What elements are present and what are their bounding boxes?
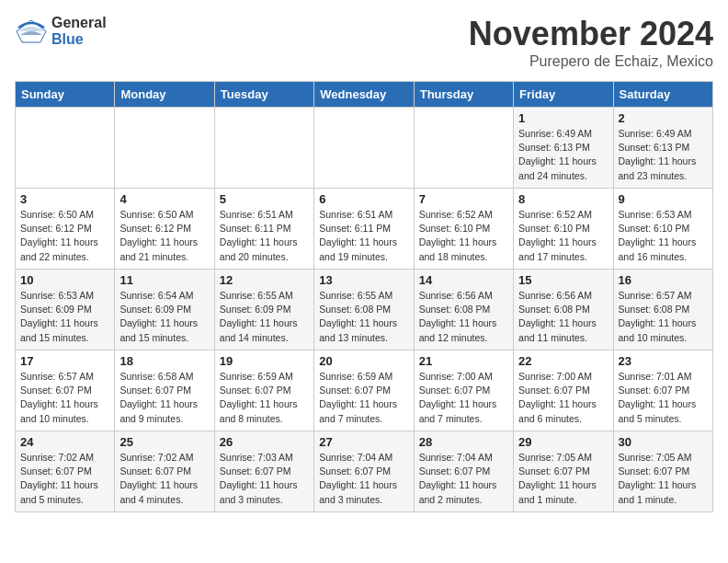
table-cell: 3Sunrise: 6:50 AM Sunset: 6:12 PM Daylig… xyxy=(16,189,115,270)
table-cell: 24Sunrise: 7:02 AM Sunset: 6:07 PM Dayli… xyxy=(16,431,115,512)
day-info: Sunrise: 6:49 AM Sunset: 6:13 PM Dayligh… xyxy=(619,127,708,183)
week-row-3: 10Sunrise: 6:53 AM Sunset: 6:09 PM Dayli… xyxy=(16,270,713,350)
day-info: Sunrise: 6:53 AM Sunset: 6:10 PM Dayligh… xyxy=(619,208,708,264)
day-info: Sunrise: 7:04 AM Sunset: 6:07 PM Dayligh… xyxy=(319,451,408,507)
table-cell: 9Sunrise: 6:53 AM Sunset: 6:10 PM Daylig… xyxy=(613,189,712,270)
day-info: Sunrise: 6:59 AM Sunset: 6:07 PM Dayligh… xyxy=(319,370,408,426)
table-cell: 14Sunrise: 6:56 AM Sunset: 6:08 PM Dayli… xyxy=(414,270,513,350)
table-cell: 18Sunrise: 6:58 AM Sunset: 6:07 PM Dayli… xyxy=(115,350,214,431)
day-info: Sunrise: 7:05 AM Sunset: 6:07 PM Dayligh… xyxy=(619,451,708,507)
calendar-table: SundayMondayTuesdayWednesdayThursdayFrid… xyxy=(15,81,713,512)
day-number: 17 xyxy=(20,354,109,368)
month-title: November 2024 xyxy=(469,15,713,53)
day-number: 28 xyxy=(419,435,508,449)
day-info: Sunrise: 7:05 AM Sunset: 6:07 PM Dayligh… xyxy=(518,451,608,507)
table-cell: 2Sunrise: 6:49 AM Sunset: 6:13 PM Daylig… xyxy=(613,108,712,189)
day-info: Sunrise: 6:56 AM Sunset: 6:08 PM Dayligh… xyxy=(518,289,608,345)
day-info: Sunrise: 6:55 AM Sunset: 6:09 PM Dayligh… xyxy=(220,289,309,345)
week-row-5: 24Sunrise: 7:02 AM Sunset: 6:07 PM Dayli… xyxy=(16,431,713,512)
day-info: Sunrise: 7:01 AM Sunset: 6:07 PM Dayligh… xyxy=(619,370,708,426)
table-cell: 11Sunrise: 6:54 AM Sunset: 6:09 PM Dayli… xyxy=(115,270,214,350)
table-cell: 10Sunrise: 6:53 AM Sunset: 6:09 PM Dayli… xyxy=(16,270,115,350)
week-row-2: 3Sunrise: 6:50 AM Sunset: 6:12 PM Daylig… xyxy=(16,189,713,270)
day-info: Sunrise: 6:56 AM Sunset: 6:08 PM Dayligh… xyxy=(419,289,508,345)
table-cell: 13Sunrise: 6:55 AM Sunset: 6:08 PM Dayli… xyxy=(314,270,414,350)
day-number: 4 xyxy=(119,192,209,206)
table-cell xyxy=(115,108,214,189)
page-header: General Blue November 2024 Purepero de E… xyxy=(15,15,713,70)
weekday-header-sunday: Sunday xyxy=(16,82,115,108)
day-info: Sunrise: 6:52 AM Sunset: 6:10 PM Dayligh… xyxy=(518,208,608,264)
weekday-header-monday: Monday xyxy=(115,82,214,108)
table-cell xyxy=(214,108,313,189)
day-info: Sunrise: 7:02 AM Sunset: 6:07 PM Dayligh… xyxy=(20,451,109,507)
day-info: Sunrise: 7:00 AM Sunset: 6:07 PM Dayligh… xyxy=(419,370,508,426)
day-info: Sunrise: 6:49 AM Sunset: 6:13 PM Dayligh… xyxy=(518,127,608,183)
table-cell: 1Sunrise: 6:49 AM Sunset: 6:13 PM Daylig… xyxy=(514,108,613,189)
logo-general-text: General xyxy=(51,15,107,31)
day-number: 6 xyxy=(319,192,408,206)
day-info: Sunrise: 7:02 AM Sunset: 6:07 PM Dayligh… xyxy=(119,451,209,507)
weekday-header-wednesday: Wednesday xyxy=(314,82,414,108)
day-number: 15 xyxy=(518,273,608,287)
logo-icon xyxy=(15,18,48,44)
table-cell: 16Sunrise: 6:57 AM Sunset: 6:08 PM Dayli… xyxy=(613,270,712,350)
table-cell xyxy=(414,108,513,189)
day-info: Sunrise: 7:03 AM Sunset: 6:07 PM Dayligh… xyxy=(220,451,309,507)
week-row-1: 1Sunrise: 6:49 AM Sunset: 6:13 PM Daylig… xyxy=(16,108,713,189)
day-number: 11 xyxy=(119,273,209,287)
day-info: Sunrise: 6:58 AM Sunset: 6:07 PM Dayligh… xyxy=(119,370,209,426)
day-number: 8 xyxy=(518,192,608,206)
day-info: Sunrise: 7:00 AM Sunset: 6:07 PM Dayligh… xyxy=(518,370,608,426)
day-number: 10 xyxy=(20,273,109,287)
day-info: Sunrise: 6:53 AM Sunset: 6:09 PM Dayligh… xyxy=(20,289,109,345)
logo: General Blue xyxy=(15,15,107,48)
day-info: Sunrise: 6:57 AM Sunset: 6:07 PM Dayligh… xyxy=(20,370,109,426)
day-number: 21 xyxy=(419,354,508,368)
day-number: 1 xyxy=(518,111,608,125)
weekday-header-row: SundayMondayTuesdayWednesdayThursdayFrid… xyxy=(16,82,713,108)
day-info: Sunrise: 6:55 AM Sunset: 6:08 PM Dayligh… xyxy=(319,289,408,345)
table-cell: 12Sunrise: 6:55 AM Sunset: 6:09 PM Dayli… xyxy=(214,270,313,350)
day-info: Sunrise: 6:50 AM Sunset: 6:12 PM Dayligh… xyxy=(20,208,109,264)
day-number: 23 xyxy=(619,354,708,368)
table-cell: 28Sunrise: 7:04 AM Sunset: 6:07 PM Dayli… xyxy=(414,431,513,512)
day-number: 20 xyxy=(319,354,408,368)
table-cell: 4Sunrise: 6:50 AM Sunset: 6:12 PM Daylig… xyxy=(115,189,214,270)
day-number: 25 xyxy=(119,435,209,449)
day-info: Sunrise: 6:54 AM Sunset: 6:09 PM Dayligh… xyxy=(119,289,209,345)
day-number: 12 xyxy=(220,273,309,287)
day-number: 14 xyxy=(419,273,508,287)
day-info: Sunrise: 6:57 AM Sunset: 6:08 PM Dayligh… xyxy=(619,289,708,345)
table-cell: 20Sunrise: 6:59 AM Sunset: 6:07 PM Dayli… xyxy=(314,350,414,431)
day-number: 27 xyxy=(319,435,408,449)
day-number: 9 xyxy=(619,192,708,206)
day-info: Sunrise: 6:51 AM Sunset: 6:11 PM Dayligh… xyxy=(319,208,408,264)
day-info: Sunrise: 6:51 AM Sunset: 6:11 PM Dayligh… xyxy=(220,208,309,264)
day-info: Sunrise: 6:59 AM Sunset: 6:07 PM Dayligh… xyxy=(220,370,309,426)
table-cell: 19Sunrise: 6:59 AM Sunset: 6:07 PM Dayli… xyxy=(214,350,313,431)
day-number: 3 xyxy=(20,192,109,206)
table-cell xyxy=(16,108,115,189)
day-info: Sunrise: 7:04 AM Sunset: 6:07 PM Dayligh… xyxy=(419,451,508,507)
day-info: Sunrise: 6:52 AM Sunset: 6:10 PM Dayligh… xyxy=(419,208,508,264)
table-cell: 8Sunrise: 6:52 AM Sunset: 6:10 PM Daylig… xyxy=(514,189,613,270)
day-number: 30 xyxy=(619,435,708,449)
table-cell: 22Sunrise: 7:00 AM Sunset: 6:07 PM Dayli… xyxy=(514,350,613,431)
table-cell: 7Sunrise: 6:52 AM Sunset: 6:10 PM Daylig… xyxy=(414,189,513,270)
day-info: Sunrise: 6:50 AM Sunset: 6:12 PM Dayligh… xyxy=(119,208,209,264)
weekday-header-tuesday: Tuesday xyxy=(214,82,313,108)
table-cell: 26Sunrise: 7:03 AM Sunset: 6:07 PM Dayli… xyxy=(214,431,313,512)
table-cell: 30Sunrise: 7:05 AM Sunset: 6:07 PM Dayli… xyxy=(613,431,712,512)
weekday-header-saturday: Saturday xyxy=(613,82,712,108)
day-number: 2 xyxy=(619,111,708,125)
table-cell xyxy=(314,108,414,189)
day-number: 7 xyxy=(419,192,508,206)
day-number: 22 xyxy=(518,354,608,368)
day-number: 19 xyxy=(220,354,309,368)
day-number: 29 xyxy=(518,435,608,449)
day-number: 26 xyxy=(220,435,309,449)
day-number: 13 xyxy=(319,273,408,287)
table-cell: 27Sunrise: 7:04 AM Sunset: 6:07 PM Dayli… xyxy=(314,431,414,512)
logo-blue-text: Blue xyxy=(51,31,107,48)
